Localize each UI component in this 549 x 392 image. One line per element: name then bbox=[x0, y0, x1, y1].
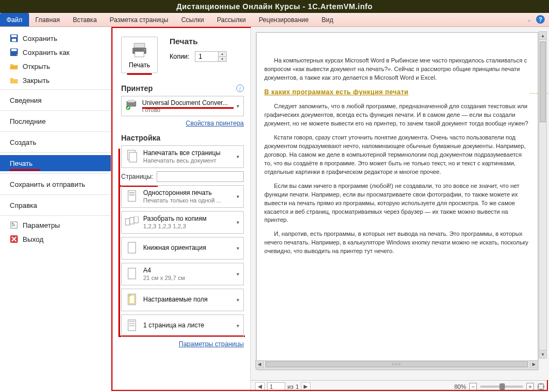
nav-new[interactable]: Создать bbox=[0, 134, 111, 150]
tab-view[interactable]: Вид bbox=[315, 13, 340, 26]
stepper-up-icon[interactable]: ▲ bbox=[219, 52, 226, 57]
annotation-underline bbox=[142, 107, 234, 109]
setting-title: 1 страница на листе bbox=[143, 322, 204, 330]
prev-page-button[interactable]: ◀ bbox=[255, 382, 265, 391]
nav-open[interactable]: Открыть bbox=[0, 59, 111, 73]
collate-icon bbox=[125, 214, 139, 230]
exit-icon bbox=[10, 235, 18, 243]
page-current-input[interactable]: 1 bbox=[267, 382, 285, 391]
app-title-bar: Дистанционные Онлайн Курсы - 1C.ArtemVM.… bbox=[0, 0, 549, 13]
stepper-down-icon[interactable]: ▼ bbox=[219, 57, 226, 62]
svg-rect-8 bbox=[12, 226, 15, 226]
setting-margins[interactable]: Настраиваемые поля ▼ bbox=[121, 289, 244, 311]
chevron-down-icon: ▼ bbox=[236, 298, 240, 303]
scroll-thumb[interactable] bbox=[540, 41, 546, 122]
annotation-underline bbox=[10, 169, 40, 171]
nav-close[interactable]: Закрыть bbox=[0, 73, 111, 87]
tab-page-layout[interactable]: Разметка страницы bbox=[103, 13, 175, 26]
zoom-value: 80% bbox=[454, 383, 466, 390]
nav-save-label: Сохранить bbox=[23, 34, 58, 43]
setting-pages-per-sheet[interactable]: 1 страница на листе ▼ bbox=[121, 314, 244, 337]
printer-selector[interactable]: Universal Document Conver... Готово ▼ bbox=[121, 96, 244, 116]
setting-collate[interactable]: Разобрать по копиям 1,2,3 1,2,3 1,2,3 ▼ bbox=[121, 211, 244, 234]
print-header: Печать bbox=[170, 37, 244, 46]
setting-print-scope[interactable]: Напечатать все страницы Напечатать весь … bbox=[121, 145, 244, 168]
help-icon[interactable]: ? bbox=[536, 15, 545, 24]
zoom-out-button[interactable]: − bbox=[469, 383, 477, 390]
scroll-down-icon[interactable]: ▼ bbox=[539, 350, 546, 358]
zoom-slider[interactable] bbox=[480, 386, 523, 388]
nav-share[interactable]: Сохранить и отправить bbox=[0, 176, 111, 192]
nav-recent-label: Последние bbox=[10, 117, 46, 125]
svg-rect-12 bbox=[135, 52, 144, 57]
chevron-down-icon: ▼ bbox=[236, 194, 240, 199]
backstage-left-nav: Сохранить Сохранить как Открыть Закрыть … bbox=[0, 27, 111, 392]
svg-point-13 bbox=[144, 49, 145, 51]
annotation-underline bbox=[127, 73, 152, 75]
nav-info[interactable]: Сведения bbox=[0, 92, 111, 108]
setting-sides[interactable]: Односторонняя печать Печатать только на … bbox=[121, 185, 244, 208]
page-setup-link[interactable]: Параметры страницы bbox=[121, 340, 244, 348]
doc-paragraph: Кстати говоря, сразу стоит уточнить поня… bbox=[264, 134, 530, 177]
page-sep: из bbox=[287, 383, 293, 390]
pages-range-input[interactable] bbox=[157, 171, 244, 182]
zoom-in-button[interactable]: + bbox=[526, 383, 534, 390]
tab-review[interactable]: Рецензирование bbox=[252, 13, 315, 26]
scroll-thumb[interactable]: ≡≡≡ bbox=[265, 361, 528, 367]
nav-recent[interactable]: Последние bbox=[0, 113, 111, 129]
a4-icon bbox=[125, 266, 139, 282]
nav-help[interactable]: Справка bbox=[0, 197, 111, 213]
scroll-up-icon[interactable]: ▲ bbox=[539, 32, 546, 40]
app-title: Дистанционные Онлайн Курсы - 1C.ArtemVM.… bbox=[177, 2, 372, 11]
nav-new-label: Создать bbox=[10, 138, 36, 146]
tab-references[interactable]: Ссылки bbox=[175, 13, 210, 26]
svg-rect-20 bbox=[129, 192, 135, 193]
svg-rect-23 bbox=[130, 218, 134, 224]
copies-value[interactable]: 1 bbox=[195, 52, 218, 61]
print-button[interactable]: Печать bbox=[121, 37, 158, 73]
ribbon-collapse-icon[interactable]: ⌄ bbox=[525, 16, 533, 23]
nav-print[interactable]: Печать bbox=[0, 155, 111, 171]
svg-rect-18 bbox=[129, 152, 137, 162]
nav-exit[interactable]: Выход bbox=[0, 232, 111, 246]
tab-home[interactable]: Главная bbox=[29, 13, 67, 26]
info-icon[interactable]: i bbox=[236, 85, 244, 92]
nav-save[interactable]: Сохранить bbox=[0, 31, 111, 45]
doc-paragraph: Если вы сами ничего в программе (любой!)… bbox=[264, 182, 530, 225]
copies-stepper[interactable]: 1 ▲ ▼ bbox=[195, 51, 227, 62]
nav-save-as[interactable]: Сохранить как bbox=[0, 45, 111, 59]
horizontal-scrollbar[interactable]: ◀ ≡≡≡ ▶ bbox=[255, 360, 538, 368]
setting-paper-size[interactable]: A4 21 см x 29,7 см ▼ bbox=[121, 263, 244, 285]
scroll-left-icon[interactable]: ◀ bbox=[256, 361, 264, 368]
next-page-button[interactable]: ▶ bbox=[301, 382, 311, 391]
nav-exit-label: Выход bbox=[23, 235, 44, 243]
svg-rect-32 bbox=[129, 323, 135, 324]
svg-rect-33 bbox=[129, 325, 135, 326]
preview-page: На компьютерных курсах Microsoft Word в … bbox=[256, 32, 538, 369]
save-icon bbox=[10, 34, 18, 43]
printer-properties-link[interactable]: Свойства принтера bbox=[121, 120, 244, 127]
save-as-icon bbox=[10, 48, 18, 57]
nav-options[interactable]: Параметры bbox=[0, 218, 111, 232]
svg-rect-24 bbox=[134, 216, 138, 223]
vertical-scrollbar[interactable]: ▲ ▼ bbox=[539, 31, 547, 359]
tab-file[interactable]: Файл bbox=[0, 13, 29, 26]
nav-info-label: Сведения bbox=[10, 96, 41, 104]
margins-icon bbox=[125, 292, 139, 308]
chevron-down-icon: ▼ bbox=[236, 272, 240, 277]
doc-paragraph: На компьютерных курсах Microsoft Word в … bbox=[264, 57, 530, 82]
setting-title: Односторонняя печать bbox=[143, 190, 221, 197]
setting-sub: 1,2,3 1,2,3 1,2,3 bbox=[143, 223, 207, 230]
setting-orientation[interactable]: Книжная ориентация ▼ bbox=[121, 237, 244, 260]
fit-page-icon[interactable] bbox=[537, 383, 545, 390]
nav-print-label: Печать bbox=[10, 159, 33, 167]
zoom-control: 80% − + bbox=[454, 383, 545, 390]
chevron-down-icon: ▼ bbox=[236, 220, 240, 225]
setting-title: Книжная ориентация bbox=[143, 244, 206, 252]
zoom-slider-thumb[interactable] bbox=[499, 383, 505, 390]
nav-save-as-label: Сохранить как bbox=[23, 48, 69, 57]
printer-selected-icon bbox=[125, 100, 138, 113]
tab-insert[interactable]: Вставка bbox=[66, 13, 103, 26]
tab-mailings[interactable]: Рассылки bbox=[210, 13, 252, 26]
scroll-right-icon[interactable]: ▶ bbox=[530, 361, 538, 368]
